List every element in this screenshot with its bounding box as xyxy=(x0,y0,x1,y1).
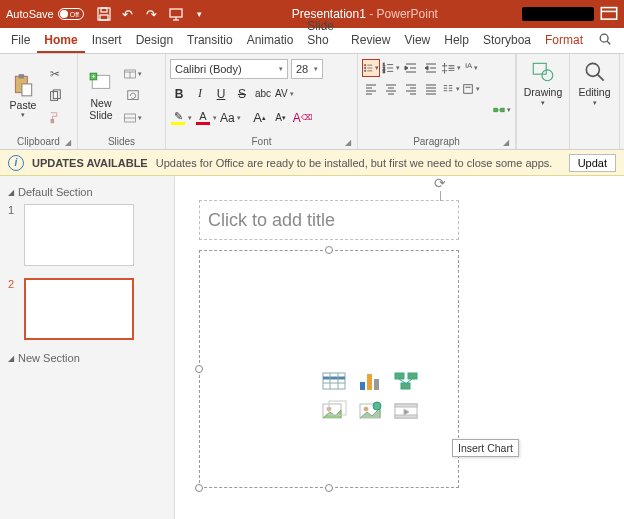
svg-rect-97 xyxy=(395,415,417,418)
font-color-button[interactable]: A▾ xyxy=(195,108,217,127)
info-icon: i xyxy=(8,155,24,171)
ribbon-options-icon[interactable] xyxy=(600,6,618,22)
copy-icon[interactable] xyxy=(45,86,65,106)
group-paragraph: ▾ 123▾ ‡≡▾ ᴵᴬ▾ ▾ ▾ ▾ Paragraph◢ xyxy=(358,54,516,149)
new-slide-button[interactable]: + New Slide xyxy=(82,57,120,134)
strikethrough-button[interactable]: S xyxy=(233,84,251,103)
redo-icon[interactable]: ↷ xyxy=(144,6,160,22)
insert-chart-icon[interactable] xyxy=(355,369,385,393)
tab-review[interactable]: Review xyxy=(344,29,397,53)
qat-more-icon[interactable]: ▾ xyxy=(192,6,208,22)
align-text-button[interactable]: ▾ xyxy=(462,80,480,98)
update-button[interactable]: Updat xyxy=(569,154,616,172)
tab-insert[interactable]: Insert xyxy=(85,29,129,53)
align-right-button[interactable] xyxy=(402,80,420,98)
font-size-combo[interactable]: 28▾ xyxy=(291,59,323,79)
new-slide-icon: + xyxy=(88,70,114,96)
insert-smartart-icon[interactable] xyxy=(391,369,421,393)
window-title: Presentation1 - PowerPoint xyxy=(214,7,516,21)
tab-transitions[interactable]: Transitio xyxy=(180,29,240,53)
svg-rect-96 xyxy=(395,404,417,407)
tab-storyboard[interactable]: Storyboa xyxy=(476,29,538,53)
tab-file[interactable]: File xyxy=(4,29,37,53)
indent-increase-button[interactable] xyxy=(422,59,440,77)
font-dialog-icon[interactable]: ◢ xyxy=(345,138,351,147)
tab-view[interactable]: View xyxy=(397,29,437,53)
selection-handle[interactable] xyxy=(325,246,333,254)
undo-icon[interactable]: ↶ xyxy=(120,6,136,22)
numbering-button[interactable]: 123▾ xyxy=(382,59,400,77)
align-left-button[interactable] xyxy=(362,80,380,98)
char-spacing-button[interactable]: AV▾ xyxy=(275,84,294,103)
section-icon[interactable]: ▾ xyxy=(123,108,143,128)
insert-online-pictures-icon[interactable] xyxy=(355,399,385,423)
selection-handle[interactable] xyxy=(195,365,203,373)
bullets-button[interactable]: ▾ xyxy=(362,59,380,77)
italic-button[interactable]: I xyxy=(191,84,209,103)
line-spacing-button[interactable]: ‡≡▾ xyxy=(442,59,460,77)
text-shadow-button[interactable]: abc xyxy=(254,84,272,103)
clear-formatting-button[interactable]: A⌫ xyxy=(293,108,312,127)
smartart-convert-button[interactable]: ▾ xyxy=(493,101,511,119)
paste-icon xyxy=(10,72,36,98)
format-painter-icon[interactable] xyxy=(45,108,65,128)
tab-animations[interactable]: Animatio xyxy=(240,29,301,53)
svg-rect-84 xyxy=(395,373,404,379)
svg-rect-67 xyxy=(464,85,473,94)
selection-handle[interactable] xyxy=(195,484,203,492)
section-header-default[interactable]: ◢Default Section xyxy=(8,186,166,198)
svg-point-29 xyxy=(364,70,365,71)
shrink-font-button[interactable]: A▾ xyxy=(272,108,290,127)
cut-icon[interactable]: ✂ xyxy=(45,64,65,84)
save-icon[interactable] xyxy=(96,6,112,22)
columns-button[interactable]: ▾ xyxy=(442,80,460,98)
autosave-toggle[interactable]: AutoSave Off xyxy=(6,8,84,20)
bold-button[interactable]: B xyxy=(170,84,188,103)
paste-button[interactable]: Paste ▾ xyxy=(4,57,42,134)
indent-decrease-button[interactable] xyxy=(402,59,420,77)
svg-rect-3 xyxy=(170,9,182,17)
highlight-color-button[interactable]: ✎▾ xyxy=(170,108,192,127)
insert-pictures-icon[interactable] xyxy=(319,399,349,423)
paragraph-dialog-icon[interactable]: ◢ xyxy=(503,138,509,147)
updates-title: UPDATES AVAILABLE xyxy=(32,157,148,169)
layout-icon[interactable]: ▾ xyxy=(123,64,143,84)
content-placeholder[interactable]: Insert Chart xyxy=(199,250,459,488)
tell-me-search-icon[interactable] xyxy=(590,28,620,53)
insert-table-icon[interactable] xyxy=(319,369,349,393)
start-slideshow-icon[interactable] xyxy=(168,6,184,22)
tab-design[interactable]: Design xyxy=(129,29,180,53)
tab-home[interactable]: Home xyxy=(37,29,84,53)
slide-thumb-1[interactable]: 1 xyxy=(8,204,166,266)
drawing-button[interactable]: Drawing ▾ xyxy=(521,57,565,109)
clipboard-dialog-icon[interactable]: ◢ xyxy=(65,138,71,147)
tab-help[interactable]: Help xyxy=(437,29,476,53)
workspace: ◢Default Section 1 2 ◢New Section Click … xyxy=(0,176,624,519)
text-direction-button[interactable]: ᴵᴬ▾ xyxy=(462,59,480,77)
account-area[interactable] xyxy=(522,7,594,21)
tab-slideshow[interactable]: Slide Sho xyxy=(300,15,344,53)
slide-thumb-2[interactable]: 2 xyxy=(8,278,166,340)
svg-marker-39 xyxy=(405,66,408,70)
editing-button[interactable]: Editing ▾ xyxy=(574,57,615,109)
justify-button[interactable] xyxy=(422,80,440,98)
svg-point-73 xyxy=(542,70,553,81)
group-font: Calibri (Body)▾ 28▾ B I U S abc AV▾ ✎▾ A… xyxy=(166,54,358,149)
section-header-new[interactable]: ◢New Section xyxy=(8,352,166,364)
selection-handle[interactable] xyxy=(325,484,333,492)
underline-button[interactable]: U xyxy=(212,84,230,103)
title-placeholder[interactable]: Click to add title ⟳ xyxy=(199,200,459,240)
svg-rect-76 xyxy=(323,373,345,389)
tab-format[interactable]: Format xyxy=(538,29,590,53)
slide-canvas[interactable]: Click to add title ⟳ Insert Chart xyxy=(175,176,624,519)
reset-icon[interactable] xyxy=(123,86,143,106)
group-editing: Editing ▾ xyxy=(570,54,620,149)
quick-access-toolbar: ↶ ↷ ▾ xyxy=(96,6,208,22)
change-case-button[interactable]: Aa▾ xyxy=(220,108,241,127)
grow-font-button[interactable]: A▴ xyxy=(251,108,269,127)
font-name-combo[interactable]: Calibri (Body)▾ xyxy=(170,59,288,79)
insert-video-icon[interactable] xyxy=(391,399,421,423)
svg-point-27 xyxy=(364,67,365,68)
rotate-handle-icon[interactable]: ⟳ xyxy=(432,175,448,191)
align-center-button[interactable] xyxy=(382,80,400,98)
